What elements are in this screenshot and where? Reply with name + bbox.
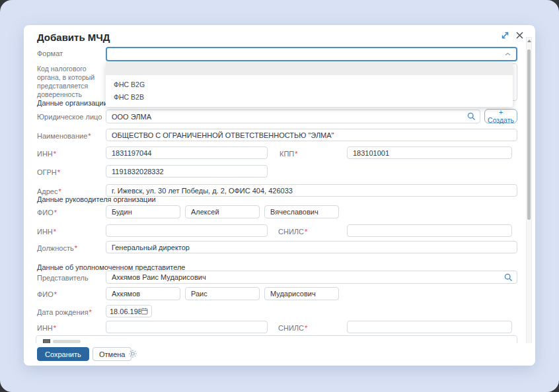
dropdown-option-empty[interactable] <box>106 62 513 75</box>
head-inn-input[interactable] <box>106 224 268 237</box>
org-inn-label: ИНН <box>37 150 56 158</box>
search-icon[interactable] <box>467 112 476 121</box>
head-first-name-input[interactable] <box>185 205 260 218</box>
format-input[interactable] <box>112 49 505 59</box>
rep-birth-label: Дата рождения <box>37 308 92 317</box>
head-position-input[interactable] <box>106 241 517 253</box>
rep-inn-input[interactable] <box>106 321 268 333</box>
section-head: Данные руководителя организации <box>37 195 156 203</box>
chevron-up-icon <box>505 52 511 56</box>
rep-inn-label: ИНН <box>37 324 56 333</box>
scroll-up-arrow-icon[interactable] <box>527 40 531 42</box>
org-ogrn-label: ОГРН <box>37 168 60 177</box>
legal-entity-label: Юридическое лицо <box>37 113 102 121</box>
legal-entity-field[interactable] <box>106 110 480 123</box>
format-dropdown: ФНС B2G ФНС B2B <box>106 62 513 107</box>
rep-snils-label: СНИЛС <box>278 324 307 333</box>
dialog-add-mchd: Добавить МЧД Формат Код налогового орган… <box>24 25 535 366</box>
rep-birth-field[interactable] <box>106 305 152 317</box>
org-name-input[interactable] <box>106 129 517 141</box>
org-name-label: Наименование <box>37 132 91 141</box>
rep-field[interactable] <box>106 271 517 284</box>
head-fio-label: ФИО <box>37 209 57 217</box>
org-address-input[interactable] <box>106 184 517 197</box>
save-button[interactable]: Сохранить <box>37 347 89 361</box>
head-snils-input[interactable] <box>347 224 512 237</box>
rep-birth-input[interactable] <box>110 308 141 315</box>
section-org: Данные организации <box>37 99 108 107</box>
org-kpp-label: КПП <box>280 150 298 158</box>
rep-fio-label: ФИО <box>37 290 57 299</box>
org-kpp-input[interactable] <box>347 147 512 159</box>
head-snils-label: СНИЛС <box>278 228 307 236</box>
gear-icon[interactable] <box>128 349 137 361</box>
rep-last-name-input[interactable] <box>106 287 180 300</box>
rep-snils-input[interactable] <box>347 321 512 333</box>
vertical-scrollbar[interactable] <box>526 37 532 354</box>
rep-middle-name-input[interactable] <box>264 287 339 300</box>
create-button[interactable]: + Создать <box>484 109 517 123</box>
dialog-footer: Сохранить Отмена <box>24 343 535 366</box>
org-inn-input[interactable] <box>106 147 268 159</box>
dropdown-option-fns-b2b[interactable]: ФНС B2B <box>106 91 513 104</box>
format-label: Формат <box>37 49 63 58</box>
dropdown-option-fns-b2g[interactable]: ФНС B2G <box>106 79 513 91</box>
rep-input[interactable] <box>112 273 504 281</box>
cancel-button[interactable]: Отмена <box>93 347 131 361</box>
head-last-name-input[interactable] <box>106 205 180 218</box>
rep-first-name-input[interactable] <box>185 287 260 300</box>
legal-entity-input[interactable] <box>112 113 467 121</box>
search-icon[interactable] <box>504 273 513 282</box>
rep-label: Представитель <box>37 274 89 282</box>
scrollbar-thumb[interactable] <box>527 49 531 220</box>
dialog-title: Добавить МЧД <box>37 32 110 43</box>
org-ogrn-input[interactable] <box>106 165 268 178</box>
head-position-label: Должность <box>37 244 77 253</box>
format-select[interactable] <box>106 47 517 61</box>
close-icon[interactable] <box>514 30 525 40</box>
tax-code-label: Код налогового органа, в который предста… <box>37 65 106 99</box>
expand-icon[interactable] <box>500 30 510 40</box>
head-middle-name-input[interactable] <box>264 205 339 218</box>
calendar-icon[interactable] <box>141 308 148 315</box>
app-background: Добавить МЧД Формат Код налогового орган… <box>0 0 559 392</box>
head-inn-label: ИНН <box>37 228 56 236</box>
